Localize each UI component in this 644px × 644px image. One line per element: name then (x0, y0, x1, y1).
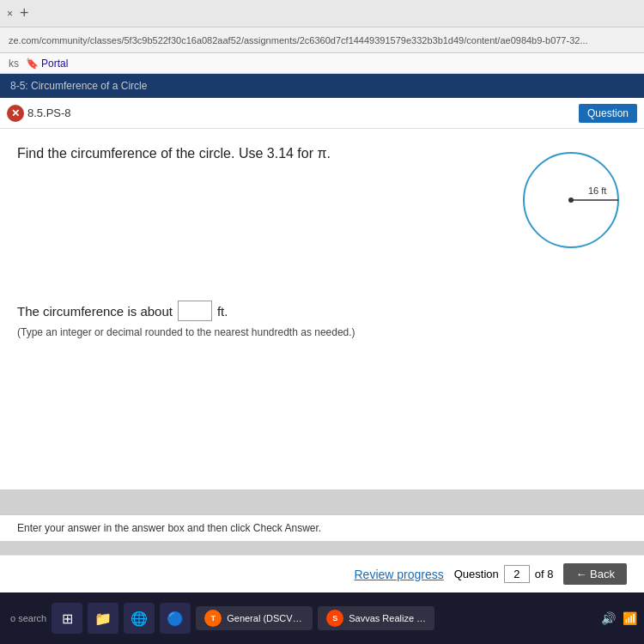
main-content: 16 ft Find the circumference of the circ… (0, 129, 644, 489)
tab-close[interactable]: × (7, 8, 13, 20)
answer-line: The circumference is about ft. (17, 301, 627, 321)
app2-icon: S (326, 610, 343, 627)
bookmarks-label: ks (9, 58, 19, 70)
browser-tabs: × + (0, 0, 644, 27)
app2-label: Savvas Realize - Go... (349, 613, 426, 623)
back-button[interactable]: ← Back (563, 563, 627, 585)
app1-icon: T (204, 610, 222, 627)
portal-link[interactable]: 🔖 Portal (26, 58, 68, 70)
address-bar: ze.com/community/classes/5f3c9b522f30c16… (0, 27, 644, 53)
new-tab-button[interactable]: + (20, 4, 29, 22)
savvas-header: 8-5: Circumference of a Circle (0, 74, 644, 98)
taskbar-right: 🔊 📶 (601, 611, 637, 625)
svg-point-2 (568, 197, 574, 203)
taskbar-edge-icon[interactable]: 🔵 (160, 603, 191, 634)
taskbar-browser-icon[interactable]: 🌐 (124, 603, 155, 634)
review-progress-button[interactable]: Review progress (354, 568, 443, 581)
bottom-instruction: Enter your answer in the answer box and … (0, 514, 644, 541)
portal-icon: 🔖 (26, 58, 39, 70)
circle-diagram: 16 ft (515, 144, 627, 256)
taskbar-windows-icon[interactable]: ⊞ (52, 603, 82, 634)
url-display: ze.com/community/classes/5f3c9b522f30c16… (9, 35, 635, 46)
taskbar-app-general[interactable]: T General (DSCV/MA... (196, 606, 313, 630)
question-label: Question (454, 568, 499, 580)
toolbar-row: ks 🔖 Portal (0, 53, 644, 74)
taskbar-app-savvas[interactable]: S Savvas Realize - Go... (318, 606, 434, 630)
standard-label: 8.5.PS-8 (27, 106, 71, 119)
answer-section: The circumference is about ft. (Type an … (17, 301, 627, 338)
footer-nav: Review progress Question 2 of 8 ← Back (0, 555, 644, 592)
answer-suffix: ft. (217, 304, 228, 319)
question-info: Question 2 of 8 (454, 565, 554, 583)
search-label: o search (10, 613, 46, 623)
taskbar-files-icon[interactable]: 📁 (88, 603, 118, 634)
of-label: of 8 (535, 568, 554, 580)
svg-text:16 ft: 16 ft (588, 185, 606, 196)
taskbar-sound-icon[interactable]: 🔊 (601, 611, 616, 625)
standard-badge: ✕ 8.5.PS-8 (7, 105, 71, 122)
answer-input[interactable] (178, 301, 212, 321)
taskbar-network-icon[interactable]: 📶 (623, 611, 637, 625)
answer-prefix: The circumference is about (17, 304, 173, 319)
taskbar: o search ⊞ 📁 🌐 🔵 T General (DSCV/MA... S… (0, 592, 644, 644)
breadcrumb: 8-5: Circumference of a Circle (10, 80, 147, 92)
question-header: ✕ 8.5.PS-8 Question (0, 98, 644, 129)
hint-text: (Type an integer or decimal rounded to t… (17, 326, 627, 338)
badge-x-icon: ✕ (7, 105, 24, 122)
question-button[interactable]: Question (579, 104, 637, 123)
question-number: 2 (504, 565, 530, 583)
app1-label: General (DSCV/MA... (227, 613, 304, 623)
